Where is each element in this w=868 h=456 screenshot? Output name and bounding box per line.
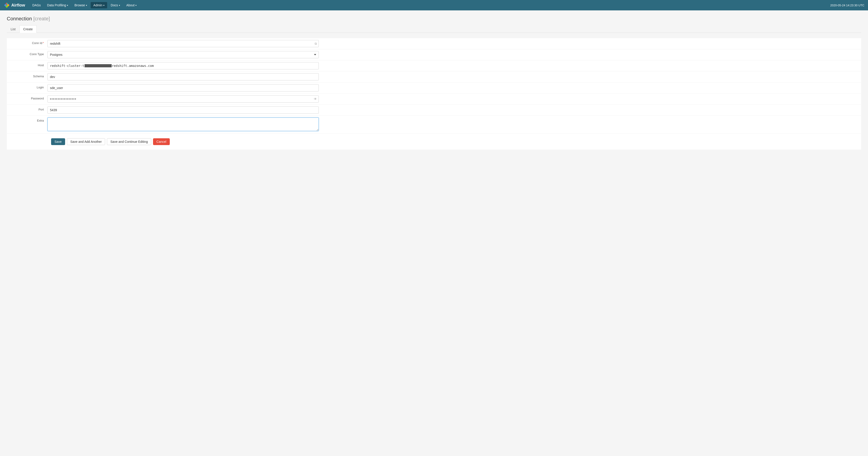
chevron-down-icon: ▾	[86, 4, 87, 6]
login-input[interactable]	[48, 84, 319, 92]
airflow-icon	[4, 2, 10, 8]
conn-type-select[interactable]: Postgres	[48, 51, 319, 58]
connection-form: Conn Id* ⧉ Conn Type Postgres Host red	[7, 38, 861, 150]
nav-about-label: About	[126, 3, 135, 7]
save-button[interactable]: Save	[51, 138, 65, 145]
nav-data-profiling[interactable]: Data Profiling ▾	[44, 2, 71, 8]
extra-input[interactable]	[48, 118, 319, 131]
page-subtitle: [create]	[33, 16, 50, 22]
chevron-down-icon: ▾	[103, 4, 104, 6]
chevron-down-icon: ▾	[135, 4, 136, 6]
nav-about[interactable]: About ▾	[124, 2, 140, 8]
host-display: redshift-cluster-t redshift.amazonaws.co…	[48, 62, 319, 69]
port-field	[48, 106, 319, 113]
password-label: Password	[7, 95, 48, 100]
form-row-schema: Schema	[7, 71, 861, 83]
extra-field	[48, 118, 319, 132]
conn-id-label: Conn Id*	[7, 40, 48, 45]
nav-browse[interactable]: Browse ▾	[72, 2, 90, 8]
page-title: Connection [create]	[7, 16, 861, 22]
brand-logo[interactable]: Airflow	[4, 2, 25, 8]
tab-list[interactable]: List	[7, 25, 20, 33]
nav-dags-label: DAGs	[32, 3, 41, 7]
nav-admin[interactable]: Admin ▾	[91, 2, 107, 8]
button-row: Save Save and Add Another Save and Conti…	[7, 134, 861, 150]
cancel-button[interactable]: Cancel	[153, 138, 170, 145]
schema-label: Schema	[7, 73, 48, 78]
form-row-login: Login	[7, 83, 861, 94]
conn-id-field: ⧉	[48, 40, 319, 47]
password-input[interactable]	[48, 95, 319, 103]
nav-docs[interactable]: Docs ▾	[108, 2, 123, 8]
copy-icon[interactable]: ⧉	[315, 42, 317, 46]
page-content: Connection [create] List Create Conn Id*…	[0, 10, 868, 155]
host-label: Host	[7, 62, 48, 67]
login-label: Login	[7, 84, 48, 89]
form-row-host: Host redshift-cluster-t redshift.amazona…	[7, 60, 861, 71]
password-field: 👁	[48, 95, 319, 103]
required-marker: *	[43, 41, 44, 45]
form-row-password: Password 👁	[7, 94, 861, 105]
save-and-add-button[interactable]: Save and Add Another	[67, 138, 105, 145]
extra-label: Extra	[7, 118, 48, 122]
nav-browse-label: Browse	[74, 3, 85, 7]
port-input[interactable]	[48, 106, 319, 113]
schema-field	[48, 73, 319, 80]
host-field: redshift-cluster-t redshift.amazonaws.co…	[48, 62, 319, 69]
tab-create[interactable]: Create	[20, 25, 37, 33]
nav-items: DAGs Data Profiling ▾ Browse ▾ Admin ▾ D…	[30, 2, 830, 8]
schema-input[interactable]	[48, 73, 319, 80]
nav-dags[interactable]: DAGs	[30, 2, 43, 8]
nav-docs-label: Docs	[111, 3, 118, 7]
conn-type-label: Conn Type	[7, 51, 48, 56]
eye-icon[interactable]: 👁	[314, 97, 317, 101]
nav-data-profiling-label: Data Profiling	[47, 3, 66, 7]
chevron-down-icon: ▾	[119, 4, 120, 6]
timestamp: 2020-05-24 14:23:30 UTC	[830, 4, 864, 7]
nav-admin-label: Admin	[93, 3, 102, 7]
tabs: List Create	[7, 25, 861, 33]
port-label: Port	[7, 106, 48, 111]
form-row-conn-id: Conn Id* ⧉	[7, 38, 861, 49]
conn-type-field: Postgres	[48, 51, 319, 58]
save-and-continue-button[interactable]: Save and Continue Editing	[107, 138, 151, 145]
form-row-extra: Extra	[7, 116, 861, 134]
brand-label: Airflow	[11, 3, 25, 8]
navbar: Airflow DAGs Data Profiling ▾ Browse ▾ A…	[0, 0, 868, 10]
form-row-port: Port	[7, 105, 861, 116]
chevron-down-icon: ▾	[67, 4, 68, 6]
form-row-conn-type: Conn Type Postgres	[7, 49, 861, 60]
conn-id-input[interactable]	[48, 40, 319, 47]
login-field	[48, 84, 319, 92]
